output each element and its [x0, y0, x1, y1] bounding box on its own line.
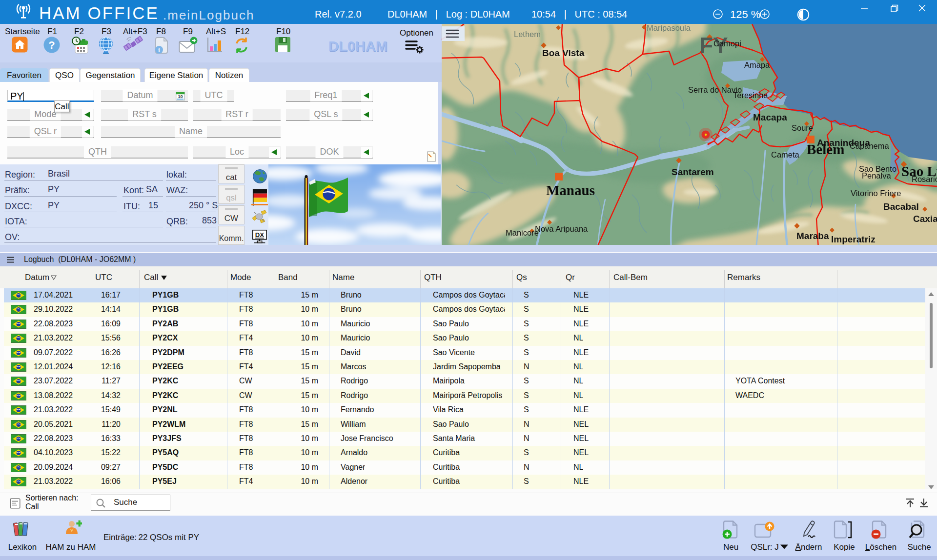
svg-text:Bacabal: Bacabal	[883, 201, 919, 212]
svg-text:Sao Lu: Sao Lu	[901, 163, 937, 179]
svg-text:Camopi: Camopi	[713, 39, 741, 48]
svg-text:Boa Vista: Boa Vista	[542, 48, 585, 58]
svg-text:Manaus: Manaus	[546, 182, 595, 198]
svg-text:Soure: Soure	[792, 123, 813, 132]
svg-text:Amapa: Amapa	[744, 60, 770, 69]
svg-text:Cameta: Cameta	[771, 150, 800, 159]
svg-text:Maripasoula: Maripasoula	[647, 24, 691, 32]
svg-text:Belem: Belem	[807, 141, 844, 157]
svg-text:Penalva: Penalva	[862, 171, 891, 180]
svg-text:Vitorino Friere: Vitorino Friere	[851, 189, 901, 198]
svg-text:Imperatriz: Imperatriz	[831, 234, 876, 244]
svg-text:10: 10	[178, 94, 183, 99]
svg-text:Caxias: Caxias	[913, 214, 937, 224]
svg-text:?: ?	[48, 39, 55, 51]
svg-text:Santarem: Santarem	[672, 167, 714, 177]
svg-text:Maraba: Maraba	[796, 231, 829, 241]
svg-text:Nova Aripuana: Nova Aripuana	[535, 224, 588, 233]
svg-text:Macapa: Macapa	[753, 112, 787, 122]
svg-text:DX: DX	[255, 231, 265, 239]
svg-text:Manicore: Manicore	[506, 228, 539, 237]
svg-text:Lethem: Lethem	[514, 30, 541, 39]
svg-text:Teresinha: Teresinha	[733, 91, 768, 100]
